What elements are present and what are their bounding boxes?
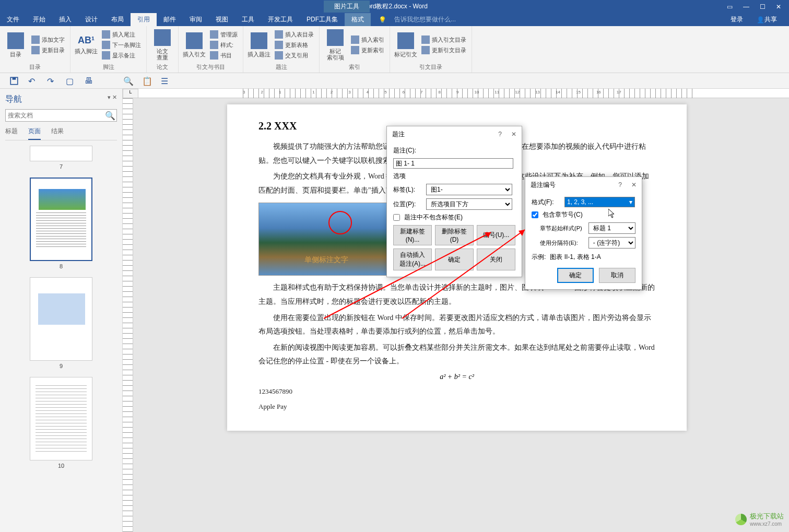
login-button[interactable]: 登录 [724,13,750,26]
ribbon-display-options-icon[interactable]: ▭ [727,3,733,10]
thumb-page-10[interactable]: 10 [5,377,117,469]
tab-tools[interactable]: 工具 [235,13,261,26]
mark-citation-button[interactable]: 标记引文 [394,28,417,62]
separator-select[interactable]: - (连字符) [588,237,635,249]
ok-button[interactable]: 确定 [557,268,594,283]
new-label-button[interactable]: 新建标签(N)... [393,225,432,245]
doc-image[interactable]: 单侧标注文字 [258,203,394,276]
tell-me-icon: 💡 [371,16,386,23]
insert-toa-button[interactable]: 插入引文目录 [420,35,467,44]
tof-icon [275,30,283,39]
help-icon[interactable]: ? [618,181,622,188]
undo-icon[interactable]: ↶ [28,76,38,86]
paste-icon[interactable]: 📋 [142,76,151,86]
watermark-url: www.xz7.com [750,521,784,527]
insert-citation-button[interactable]: 插入引文 [183,28,206,62]
tab-file[interactable]: 文件 [0,13,26,26]
tab-review[interactable]: 审阅 [183,13,209,26]
nav-close-icon[interactable]: ▾ ✕ [108,94,117,105]
insert-caption-button[interactable]: 插入题注 [248,28,270,62]
new-icon[interactable]: ▢ [66,76,75,86]
help-icon[interactable]: ? [498,131,502,138]
tab-design[interactable]: 设计 [78,13,104,26]
tab-mailings[interactable]: 邮件 [157,13,183,26]
ok-button[interactable]: 确定 [435,249,474,270]
chapter-start-select[interactable]: 标题 1 [588,222,635,234]
next-footnote-button[interactable]: 下一条脚注 [101,40,142,50]
save-icon[interactable] [9,76,19,86]
context-tab-label: 图片工具 [324,1,370,13]
mark-entry-button[interactable]: 标记 索引项 [324,28,347,62]
nav-tab-results[interactable]: 结果 [51,127,64,140]
bibliography-button[interactable]: 书目 [209,51,239,60]
thumb-page-7[interactable]: 7 [5,146,117,170]
doc-equation: a² + b² = c² [258,373,655,381]
research-button[interactable]: 论文 查重 [151,28,174,62]
label-select[interactable]: 图1- [426,184,512,195]
insert-index-button[interactable]: 插入索引 [350,35,385,44]
tab-pdftools[interactable]: PDF工具集 [300,13,345,26]
caption-input[interactable] [393,158,513,169]
close-icon[interactable]: ✕ [631,181,637,188]
find-icon[interactable]: 🔍 [123,76,133,86]
add-text-button[interactable]: 添加文字 [30,35,66,44]
tab-format[interactable]: 格式 [345,13,371,26]
thumb-page-8[interactable]: 8 [5,178,117,269]
style-button[interactable]: 样式: [209,40,239,50]
update-toc-button[interactable]: 更新目录 [30,45,66,55]
horizontal-ruler[interactable]: 3211234567891011121314151617 [138,89,789,98]
cancel-button[interactable]: 取消 [599,268,635,283]
search-icon[interactable]: 🔍 [104,110,116,121]
cross-reference-button[interactable]: 交叉引用 [274,51,315,60]
delete-label-button[interactable]: 删除标签(D) [435,225,474,245]
tab-references[interactable]: 引用 [131,13,157,26]
update-index-button[interactable]: 更新索引 [350,45,385,55]
redo-icon[interactable]: ↷ [47,76,56,86]
ribbon-tabs: 文件 开始 插入 设计 布局 引用 邮件 审阅 视图 工具 开发工具 PDF工具… [0,13,789,26]
tab-insert[interactable]: 插入 [52,13,78,26]
exclude-checkbox[interactable] [393,214,400,221]
minimize-button[interactable]: — [743,3,749,10]
options-label: 选项 [393,172,515,181]
vertical-ruler[interactable] [123,98,133,532]
nav-tab-pages[interactable]: 页面 [28,127,41,140]
search-input[interactable] [6,110,104,121]
insert-footnote-button[interactable]: AB¹插入脚注 [75,28,98,62]
tab-home[interactable]: 开始 [26,13,52,26]
insert-tof-button[interactable]: 插入表目录 [274,30,315,39]
insert-endnote-button[interactable]: 插入尾注 [101,30,142,39]
caption-dialog: 题注 ? ✕ 题注(C): 选项 标签(L): 图1- 位置(P): 所选项目下… [386,126,522,277]
position-select[interactable]: 所选项目下方 [426,198,512,210]
thumb-page-9[interactable]: 9 [5,277,117,369]
dialog-titlebar[interactable]: 题注编号 ? ✕ [525,177,642,193]
manage-sources-button[interactable]: 管理源 [209,30,239,39]
show-notes-button[interactable]: 显示备注 [101,51,142,60]
tell-me-input[interactable]: 告诉我您想要做什么... [386,15,456,24]
close-button[interactable]: ✕ [776,3,781,10]
dialog-titlebar[interactable]: 题注 ? ✕ [387,126,522,142]
endnote-icon [102,30,110,39]
mark-citation-icon [397,32,414,49]
cancel-button[interactable]: 关闭 [477,249,515,270]
format-select[interactable]: 1, 2, 3, ...▾ [564,197,635,207]
tab-devtools[interactable]: 开发工具 [261,13,300,26]
ruler-corner[interactable]: L [123,89,138,98]
tab-layout[interactable]: 布局 [104,13,131,26]
update-table-button[interactable]: 更新表格 [274,40,315,50]
autocaption-button[interactable]: 自动插入题注(A)... [393,249,432,270]
separator-label: 使用分隔符(E): [540,239,584,247]
maximize-button[interactable]: ☐ [760,3,766,10]
print-icon[interactable]: 🖶 [85,76,94,86]
select-icon[interactable]: ☰ [161,76,170,86]
nav-tab-headings[interactable]: 标题 [5,127,18,140]
doc-paragraph: 在新的阅读视图中阅读更加容易。可以折叠文档某些部分并关注所需文本。如果在达到结尾… [258,341,655,369]
share-button[interactable]: 👤共享 [750,13,784,26]
include-chapter-checkbox[interactable] [532,211,538,218]
toc-button[interactable]: 目录 [4,28,27,62]
update-toa-button[interactable]: 更新引文目录 [420,45,467,55]
tab-view[interactable]: 视图 [209,13,235,26]
position-label: 位置(P): [393,200,422,209]
caption-icon [251,32,267,49]
close-icon[interactable]: ✕ [511,131,516,138]
numbering-button[interactable]: 编号(U)... [477,225,515,245]
